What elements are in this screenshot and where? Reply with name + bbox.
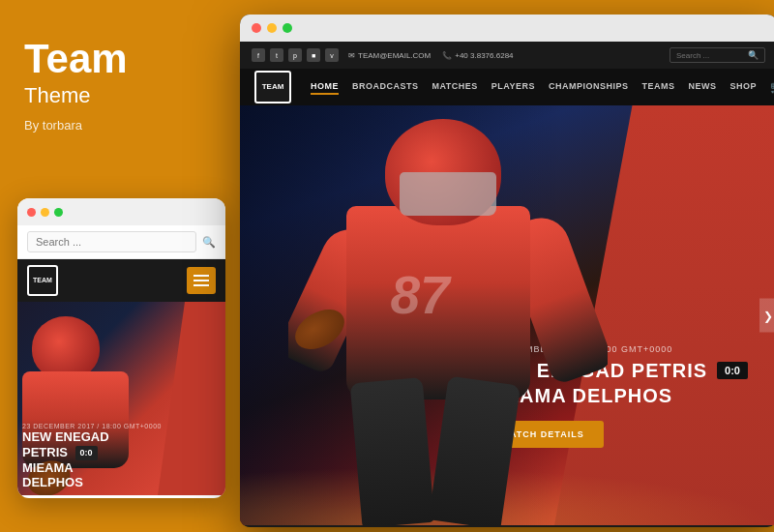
hamburger-icon <box>194 275 209 286</box>
mobile-search-bar[interactable]: 🔍 <box>17 225 225 259</box>
mobile-match-date: 23 DECEMBER 2017 / 18:00 GMT+0000 <box>22 423 221 429</box>
mobile-nav-bar: TEAM <box>17 259 225 302</box>
mobile-dot-red <box>27 208 36 217</box>
player-helmet <box>385 119 501 225</box>
mobile-search-input[interactable] <box>27 231 196 252</box>
mobile-dot-green <box>54 208 63 217</box>
mobile-title-line4: DELPHOS <box>22 475 83 489</box>
instagram-icon[interactable]: ■ <box>307 48 320 62</box>
mobile-match-overlay: 23 DECEMBER 2017 / 18:00 GMT+0000 NEW EN… <box>22 423 221 490</box>
site-logo: TEAM <box>254 71 291 103</box>
player-leg-left <box>350 377 435 525</box>
mobile-score-badge: 0:0 <box>75 446 98 460</box>
player-body: 87 <box>288 119 608 525</box>
facebook-icon[interactable]: f <box>252 48 265 62</box>
mobile-hero-section: 23 DECEMBER 2017 / 18:00 GMT+0000 NEW EN… <box>17 302 225 495</box>
player-number: 87 <box>390 264 449 326</box>
player-jersey: 87 <box>346 206 530 399</box>
mobile-hamburger-button[interactable] <box>187 267 216 294</box>
mobile-browser-dots <box>17 198 225 225</box>
nav-item-teams[interactable]: TEAMS <box>642 81 675 93</box>
mobile-hero-background: 23 DECEMBER 2017 / 18:00 GMT+0000 NEW EN… <box>17 302 225 495</box>
topbar-social-icons: f t p ■ v <box>252 48 339 62</box>
mobile-title-line1: NEW ENEGAD <box>22 429 109 444</box>
hero-score-badge: 0:0 <box>717 362 748 379</box>
browser-dot-red[interactable] <box>252 23 261 33</box>
site-header: TEAM HOME BROADCASTS MATCHES PLAYERS CHA… <box>240 69 774 105</box>
nav-item-home[interactable]: HOME <box>311 81 339 93</box>
mobile-search-icon: 🔍 <box>202 236 216 249</box>
hero-section: 87 23 DECEMBER 2017 / 18:00 GMT+0000 NEW… <box>240 105 774 525</box>
player-helmet-facemask <box>400 172 496 216</box>
theme-title: Team <box>24 39 213 79</box>
mobile-title-line3: MIEAMA <box>22 460 74 475</box>
theme-author: By torbara <box>24 118 213 133</box>
topbar-phone: 📞 +40 3.8376.6284 <box>442 51 513 60</box>
browser-dot-yellow[interactable] <box>267 23 277 33</box>
nav-item-broadcasts[interactable]: BROADCASTS <box>352 81 419 93</box>
browser-chrome <box>240 15 774 42</box>
phone-icon: 📞 <box>442 51 452 60</box>
vine-icon[interactable]: v <box>325 48 339 62</box>
mobile-player-helmet <box>32 316 100 379</box>
mobile-logo-text: TEAM <box>33 277 52 284</box>
topbar-right: 🔍 <box>670 47 765 63</box>
mobile-match-title: NEW ENEGAD PETRIS 0:0 MIEAMA DELPHOS <box>22 429 221 490</box>
topbar-search-input[interactable] <box>676 51 744 60</box>
nav-item-players[interactable]: PLAYERS <box>491 81 535 93</box>
hero-player: 87 <box>269 109 617 525</box>
site-nav: HOME BROADCASTS MATCHES PLAYERS CHAMPION… <box>311 80 774 94</box>
hero-background: 87 23 DECEMBER 2017 / 18:00 GMT+0000 NEW… <box>240 105 774 525</box>
topbar-search-icon: 🔍 <box>748 50 759 60</box>
nav-item-news[interactable]: NEWS <box>689 81 717 93</box>
nav-item-shop[interactable]: SHOP <box>730 81 758 93</box>
desktop-preview-card: f t p ■ v ✉ TEAM@EMAIL.COM 📞 +40 3.8376.… <box>240 15 774 527</box>
pinterest-icon[interactable]: p <box>288 48 302 62</box>
topbar-contact: ✉ TEAM@EMAIL.COM 📞 +40 3.8376.6284 <box>348 51 514 60</box>
hero-next-arrow[interactable]: ❯ <box>759 299 774 333</box>
browser-dot-green[interactable] <box>283 23 292 33</box>
mobile-preview-card: 🔍 TEAM 23 DECEMBE <box>17 198 225 498</box>
topbar-email: ✉ TEAM@EMAIL.COM <box>348 51 431 60</box>
left-panel: Team Theme By torbara 🔍 TEAM <box>0 0 237 532</box>
cart-icon[interactable]: 🛒 <box>770 80 774 94</box>
theme-subtitle: Theme <box>24 83 213 108</box>
email-icon: ✉ <box>348 51 355 60</box>
site-topbar: f t p ■ v ✉ TEAM@EMAIL.COM 📞 +40 3.8376.… <box>240 42 774 69</box>
nav-item-matches[interactable]: MATCHES <box>432 81 478 93</box>
topbar-search-box[interactable]: 🔍 <box>670 47 765 63</box>
twitter-icon[interactable]: t <box>270 48 283 62</box>
topbar-left: f t p ■ v ✉ TEAM@EMAIL.COM 📞 +40 3.8376.… <box>252 48 670 62</box>
site-logo-text: TEAM <box>262 83 284 92</box>
mobile-logo: TEAM <box>27 265 58 296</box>
nav-item-championships[interactable]: CHAMPIONSHIPS <box>549 81 629 93</box>
mobile-title-line2: PETRIS <box>22 445 68 459</box>
mobile-dot-yellow <box>41 208 49 217</box>
